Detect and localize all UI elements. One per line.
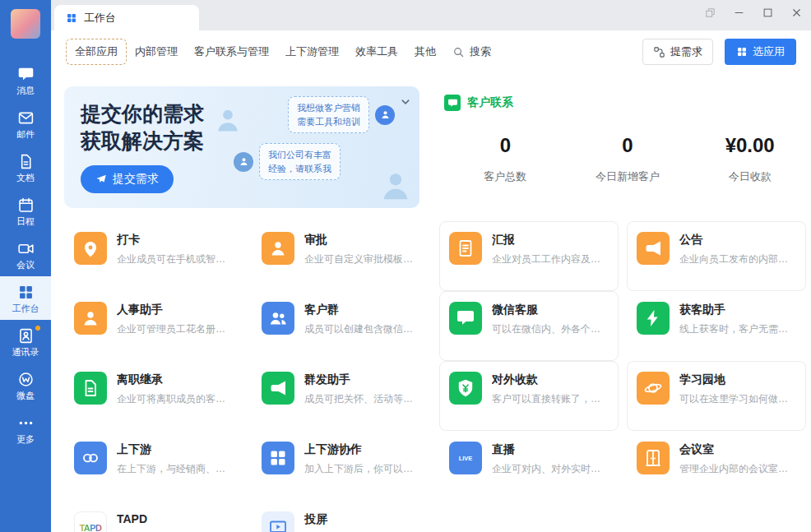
document-icon [74, 372, 107, 405]
app-desc: 在上下游，与经销商、供… [117, 463, 234, 476]
filter-supply-chain[interactable]: 上下游管理 [277, 39, 347, 64]
filter-efficiency[interactable]: 效率工具 [347, 39, 406, 64]
app-name: 客户群 [304, 303, 421, 317]
document-icon [17, 153, 35, 170]
sidebar-item-messages[interactable]: 消息 [0, 58, 51, 102]
app-name: 对外收款 [492, 372, 609, 387]
tapd-logo-icon: TAPD [74, 511, 107, 532]
person-avatar-icon [234, 152, 253, 172]
search-label: 搜索 [470, 44, 491, 59]
app-card-qunfa[interactable]: 群发助手成员可把关怀、活动等消… [252, 361, 431, 431]
app-card-touping[interactable]: 投屏 [252, 501, 431, 532]
filter-actions: 提需求 选应用 [642, 39, 796, 65]
app-card-zhibo[interactable]: 直播企业可对内、对外实时分… [439, 431, 619, 501]
app-name: 汇报 [492, 233, 609, 247]
sidebar-item-docs[interactable]: 文档 [0, 146, 51, 189]
scroll-area[interactable]: 提交你的需求 获取解决方案 提交需求 [51, 73, 811, 532]
sidebar-item-label: 工作台 [12, 304, 39, 313]
choose-app-label: 选应用 [753, 44, 785, 59]
door-icon [637, 442, 670, 474]
notification-dot [35, 326, 40, 331]
app-card-huiyishi[interactable]: 会议室管理企业内部的会议室，… [627, 431, 806, 501]
app-card-duiwaishoukuan[interactable]: 对外收款客户可以直接转账了，成… [439, 361, 619, 431]
app-card-xuexiyuandi[interactable]: 学习园地可以在这里学习如何做好… [627, 361, 806, 431]
app-card-shenpi[interactable]: 审批企业可自定义审批模板，… [252, 221, 431, 291]
app-card-tapd[interactable]: TAPD TAPD [64, 501, 243, 532]
sidebar-item-label: 消息 [16, 86, 35, 95]
sidebar-item-label: 微盘 [16, 391, 35, 400]
app-name: 人事助手 [117, 303, 234, 317]
mail-icon [17, 109, 35, 127]
drive-icon [17, 371, 35, 388]
customer-contact-card[interactable]: 客户联系 0 客户总数 0 今日新增客户 [433, 86, 811, 208]
app-desc: 可以在这里学习如何做好… [679, 393, 796, 406]
customer-stats: 0 客户总数 0 今日新增客户 ¥0.00 今日收款 [444, 134, 811, 184]
app-card-kehuqun[interactable]: 客户群成员可以创建包含微信用… [252, 291, 431, 361]
maximize-icon[interactable] [762, 7, 774, 19]
sidebar-item-more[interactable]: 更多 [0, 407, 51, 451]
app-name: 公告 [679, 233, 796, 247]
sidebar-item-drive[interactable]: 微盘 [0, 363, 51, 407]
app-card-shangxiayouxiezuo[interactable]: 上下游协作加入上下游后，你可以便… [252, 431, 431, 501]
app-card-weixinkefu[interactable]: 微信客服可以在微信内、外各个场… [439, 291, 619, 361]
chat-bubble: 我想做客户营销 需要工具和培训 [288, 96, 369, 133]
tab-workbench[interactable]: 工作台 [54, 5, 199, 30]
undock-icon[interactable] [704, 7, 716, 19]
close-icon[interactable] [790, 7, 803, 19]
app-desc: 企业对员工工作内容及过… [492, 253, 609, 266]
sidebar-item-contacts[interactable]: 通讯录 [0, 320, 51, 363]
app-card-huoke[interactable]: 获客助手线上获客时，客户无需扫… [627, 291, 806, 361]
needs-banner: 提交你的需求 获取解决方案 提交需求 [64, 86, 419, 208]
app-card-huibao[interactable]: 汇报企业对员工工作内容及过… [439, 221, 619, 291]
search[interactable]: 搜索 [444, 39, 499, 64]
submit-needs-label: 提交需求 [113, 172, 159, 187]
app-name: 上下游协作 [304, 442, 421, 457]
megaphone-icon [637, 232, 670, 265]
app-card-shangxiayou[interactable]: 上下游在上下游，与经销商、供… [64, 431, 243, 501]
filter-all-apps[interactable]: 全部应用 [66, 39, 127, 65]
shield-yen-icon [449, 372, 482, 405]
app-name: 离职继承 [117, 372, 234, 387]
app-desc: 企业可将离职成员的客户… [117, 393, 234, 406]
submit-needs-button[interactable]: 提交需求 [81, 165, 174, 193]
user-avatar[interactable] [11, 9, 40, 39]
filter-bar: 全部应用 内部管理 客户联系与管理 上下游管理 效率工具 其他 搜索 提需求 [51, 30, 811, 73]
app-card-lizhijicheng[interactable]: 离职继承企业可将离职成员的客户… [64, 361, 243, 431]
search-icon [452, 46, 465, 58]
app-card-gonggao[interactable]: 公告企业向员工发布的内部重… [627, 221, 806, 291]
report-icon [449, 232, 482, 265]
app-desc: 客户可以直接转账了，成… [492, 393, 609, 406]
video-icon [17, 240, 35, 257]
top-row: 提交你的需求 获取解决方案 提交需求 [64, 86, 811, 208]
sidebar-item-mail[interactable]: 邮件 [0, 102, 51, 146]
wecom-window: 消息 邮件 文档 日程 会议 工作台 通讯录 微盘 [0, 0, 811, 532]
location-pin-icon [74, 232, 107, 265]
screen-cast-icon [262, 511, 294, 532]
filter-customer[interactable]: 客户联系与管理 [186, 39, 277, 64]
grid-icon [262, 442, 294, 474]
app-name: 直播 [492, 442, 609, 457]
app-card-renshi[interactable]: 人事助手企业可管理员工花名册信… [64, 291, 243, 361]
choose-app-button[interactable]: 选应用 [725, 39, 796, 65]
planet-icon [637, 372, 670, 405]
chevron-down-icon[interactable] [398, 95, 413, 109]
request-feature-button[interactable]: 提需求 [642, 39, 713, 65]
filter-internal[interactable]: 内部管理 [127, 39, 186, 64]
customer-card-header: 客户联系 [444, 95, 811, 111]
workbench-content: 全部应用 内部管理 客户联系与管理 上下游管理 效率工具 其他 搜索 提需求 [51, 30, 811, 532]
chat-icon [449, 302, 482, 335]
sidebar-item-meetings[interactable]: 会议 [0, 233, 51, 276]
megaphone-icon [262, 372, 294, 405]
sidebar-item-schedule[interactable]: 日程 [0, 189, 51, 233]
tab-bar: 工作台 [51, 0, 811, 30]
app-card-daka[interactable]: 打卡企业成员可在手机或智慧… [64, 221, 243, 291]
app-name: 获客助手 [679, 303, 796, 317]
sidebar-item-workbench[interactable]: 工作台 [0, 276, 51, 320]
calendar-icon [17, 197, 35, 214]
banner-chat-illustration: 我想做客户营销 需要工具和培训 [234, 96, 395, 180]
filter-other[interactable]: 其他 [406, 39, 444, 64]
minimize-icon[interactable] [733, 7, 745, 19]
app-desc: 企业可自定义审批模板，… [304, 253, 421, 266]
chat-bubble: 我们公司有丰富 经验，请联系我 [259, 143, 341, 180]
live-icon [449, 442, 482, 474]
